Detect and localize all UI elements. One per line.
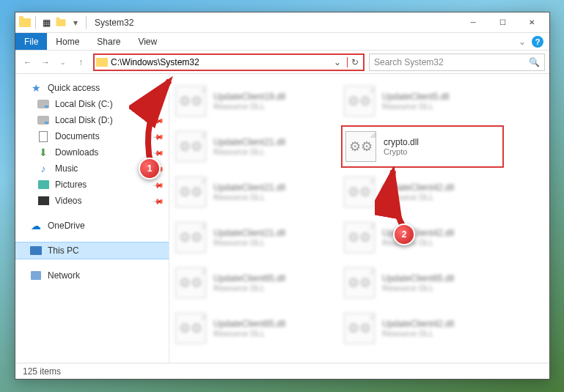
file-item[interactable]: ⚙⚙UpdateClient5.dllResource DLL xyxy=(341,80,504,122)
file-item[interactable]: ⚙⚙UpdateClient65.dllResource DLL xyxy=(341,262,504,304)
file-list-pane[interactable]: ⚙⚙UpdateClient19.dllResource DLL⚙⚙Update… xyxy=(169,74,549,379)
file-item[interactable]: ⚙⚙UpdateClient21.dllResource DLL xyxy=(172,125,335,168)
pictures-icon xyxy=(37,179,49,191)
qat-properties-icon[interactable]: ▦ xyxy=(40,16,53,29)
tab-home[interactable]: Home xyxy=(47,33,88,50)
annotation-badge-2: 2 xyxy=(393,223,415,245)
star-icon: ★ xyxy=(30,82,42,94)
file-description: Resource DLL xyxy=(213,193,285,201)
file-name: UpdateClient42.dll xyxy=(382,182,454,193)
dll-file-icon: ⚙⚙ xyxy=(175,222,206,253)
file-item[interactable]: ⚙⚙UpdateClient65.dllResource DLL xyxy=(172,307,335,350)
file-description: Resource DLL xyxy=(213,238,285,247)
tab-file[interactable]: File xyxy=(15,33,47,50)
file-item[interactable]: ⚙⚙UpdateClient21.dllResource DLL xyxy=(172,216,335,259)
search-input[interactable]: Search System32 🔍 xyxy=(369,53,545,71)
address-dropdown-icon[interactable]: ⌄ xyxy=(331,57,344,67)
sidebar-network[interactable]: Network xyxy=(15,267,169,284)
sidebar-label: Documents xyxy=(55,131,100,141)
file-name: UpdateClient65.dll xyxy=(213,319,285,329)
file-item[interactable]: ⚙⚙UpdateClient65.dllResource DLL xyxy=(172,262,335,304)
downloads-icon: ⬇ xyxy=(37,147,49,158)
pc-icon xyxy=(30,245,42,256)
help-icon[interactable]: ? xyxy=(532,36,543,48)
file-name: UpdateClient21.dll xyxy=(213,228,285,238)
sidebar-label: OneDrive xyxy=(48,221,85,231)
sidebar-this-pc[interactable]: This PC xyxy=(15,243,169,259)
tab-share[interactable]: Share xyxy=(88,33,129,50)
sidebar-quick-access[interactable]: ★Quick access xyxy=(15,80,169,96)
sidebar-label: Music xyxy=(55,163,78,174)
dll-file-icon: ⚙⚙ xyxy=(175,177,206,207)
dll-file-icon: ⚙⚙ xyxy=(345,131,376,162)
pin-icon: 📌 xyxy=(153,195,164,207)
sidebar-label: Local Disk (C:) xyxy=(55,99,113,109)
sidebar-label: Network xyxy=(48,270,80,281)
window-title: System32 xyxy=(95,18,133,28)
tab-view[interactable]: View xyxy=(129,33,166,50)
file-item[interactable]: ⚙⚙UpdateClient42.dllResource DLL xyxy=(341,216,504,259)
sidebar-label: This PC xyxy=(48,245,79,256)
address-bar[interactable]: C:\Windows\System32 ⌄ ↻ xyxy=(93,53,365,71)
sidebar-label: Downloads xyxy=(55,147,98,158)
maximize-button[interactable]: ☐ xyxy=(488,13,517,32)
dll-file-icon: ⚙⚙ xyxy=(175,267,206,298)
minimize-button[interactable]: ─ xyxy=(458,13,488,32)
file-description: Resource DLL xyxy=(213,329,285,338)
file-item[interactable]: ⚙⚙crypto.dllCrypto xyxy=(341,125,504,168)
file-name: UpdateClient65.dll xyxy=(213,273,285,284)
back-button[interactable]: ← xyxy=(20,54,36,70)
file-name: UpdateClient21.dll xyxy=(213,137,285,147)
address-path[interactable]: C:\Windows\System32 xyxy=(111,57,328,67)
file-item[interactable]: ⚙⚙UpdateClient19.dllResource DLL xyxy=(172,80,335,122)
close-button[interactable]: ✕ xyxy=(517,13,546,32)
file-description: Resource DLL xyxy=(382,284,454,292)
file-description: Resource DLL xyxy=(213,147,285,156)
file-description: Resource DLL xyxy=(382,329,454,338)
file-item[interactable]: ⚙⚙UpdateClient21.dllResource DLL xyxy=(172,171,335,213)
refresh-button[interactable]: ↻ xyxy=(347,57,362,67)
recent-dropdown-icon[interactable]: ⌄ xyxy=(55,54,71,70)
annotation-badge-1: 1 xyxy=(139,158,161,180)
file-name: UpdateClient21.dll xyxy=(213,182,285,193)
file-description: Resource DLL xyxy=(382,193,454,201)
dll-file-icon: ⚙⚙ xyxy=(344,222,375,253)
sidebar-item-videos[interactable]: Videos📌 xyxy=(15,193,169,209)
app-icon xyxy=(18,16,32,29)
navigation-pane: ★Quick access Local Disk (C:)📌 Local Dis… xyxy=(15,74,169,379)
address-folder-icon xyxy=(96,58,108,67)
qat-newfolder-icon[interactable] xyxy=(54,16,67,29)
explorer-window: ▦ ▾ System32 ─ ☐ ✕ File Home Share View … xyxy=(15,12,550,380)
file-description: Resource DLL xyxy=(213,102,285,111)
dll-file-icon: ⚙⚙ xyxy=(344,177,375,207)
ribbon-expand-icon[interactable]: ⌄ xyxy=(519,37,526,47)
dll-file-icon: ⚙⚙ xyxy=(175,313,206,344)
file-item[interactable]: ⚙⚙UpdateClient42.dllResource DLL xyxy=(341,171,504,213)
network-icon xyxy=(30,270,42,281)
sidebar-label: Quick access xyxy=(48,83,100,93)
file-description: Resource DLL xyxy=(382,102,449,111)
file-item[interactable]: ⚙⚙UpdateClient42.dllResource DLL xyxy=(341,307,504,350)
navigation-bar: ← → ⌄ ↑ C:\Windows\System32 ⌄ ↻ Search S… xyxy=(15,51,549,74)
item-count: 125 items xyxy=(23,366,61,377)
dll-file-icon: ⚙⚙ xyxy=(344,86,375,117)
up-button[interactable]: ↑ xyxy=(73,54,89,70)
search-placeholder: Search System32 xyxy=(374,57,444,67)
dll-file-icon: ⚙⚙ xyxy=(344,313,375,344)
sidebar-label: Local Disk (D:) xyxy=(55,115,113,125)
file-name: UpdateClient5.dll xyxy=(382,92,449,102)
titlebar[interactable]: ▦ ▾ System32 ─ ☐ ✕ xyxy=(15,12,549,33)
sidebar-item-documents[interactable]: Documents📌 xyxy=(15,128,169,144)
disk-icon xyxy=(37,114,49,126)
forward-button[interactable]: → xyxy=(37,54,54,70)
file-name: UpdateClient65.dll xyxy=(382,273,454,284)
status-bar: 125 items xyxy=(15,363,549,379)
search-icon[interactable]: 🔍 xyxy=(529,57,540,67)
music-icon: ♪ xyxy=(37,163,49,174)
sidebar-item-disk-d[interactable]: Local Disk (D:)📌 xyxy=(15,112,169,128)
qat-customize-icon[interactable]: ▾ xyxy=(69,16,82,29)
sidebar-onedrive[interactable]: ☁OneDrive xyxy=(15,218,169,234)
file-description: Resource DLL xyxy=(213,284,285,292)
pin-icon: 📌 xyxy=(153,98,164,110)
sidebar-item-disk-c[interactable]: Local Disk (C:)📌 xyxy=(15,96,169,112)
